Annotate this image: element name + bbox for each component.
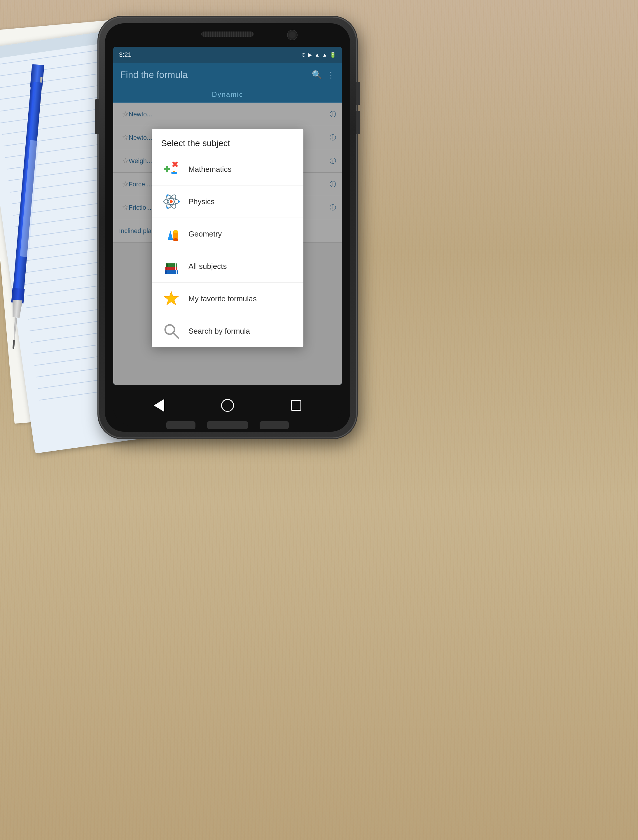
svg-rect-25 (175, 264, 176, 267)
active-tab[interactable]: Dynamic (212, 90, 243, 99)
front-camera (287, 30, 298, 40)
more-options-button[interactable]: ⋮ (327, 70, 335, 80)
search-formula-label: Search by formula (188, 327, 250, 336)
app-bar-icons: 🔍 ⋮ (312, 70, 335, 80)
favorites-label: My favorite formulas (188, 294, 257, 303)
notification-icon: ⊙ (302, 52, 306, 58)
all-subjects-label: All subjects (188, 262, 227, 271)
svg-line-28 (173, 333, 178, 338)
favorites-option[interactable]: My favorite formulas (152, 283, 303, 315)
status-bar: 3:21 ⊙ ▶ ▲ ▲ 🔋 (113, 47, 342, 63)
power-button[interactable] (95, 99, 99, 134)
svg-point-16 (173, 238, 178, 241)
menu-hardware-button[interactable] (166, 421, 196, 429)
svg-point-15 (173, 230, 178, 233)
svg-marker-13 (168, 231, 173, 240)
svg-rect-23 (176, 270, 177, 274)
recents-square-icon (291, 400, 302, 411)
svg-marker-26 (164, 291, 178, 305)
dialog-title: Select the subject (152, 129, 303, 153)
svg-rect-22 (166, 264, 168, 267)
phone-bottom-bar (166, 421, 289, 429)
tab-bar: Dynamic (113, 86, 342, 103)
svg-rect-24 (175, 267, 176, 270)
home-hardware-button[interactable] (207, 421, 248, 429)
pen-tip-holder (11, 300, 22, 318)
recents-nav-button[interactable] (287, 397, 305, 414)
home-nav-button[interactable] (219, 397, 236, 414)
back-arrow-icon (154, 399, 164, 412)
search-formula-option[interactable]: Search by formula (152, 315, 303, 347)
favorites-icon (161, 289, 182, 309)
svg-point-6 (170, 200, 173, 203)
physics-label: Physics (188, 197, 215, 206)
svg-rect-1 (166, 166, 168, 172)
phone-inner: 3:21 ⊙ ▶ ▲ ▲ 🔋 Find the formula 🔍 ⋮ (105, 23, 350, 432)
app-title: Find the formula (120, 69, 188, 80)
physics-icon (161, 191, 182, 212)
signal-icon: ▲ (322, 52, 327, 58)
pen-nib (13, 340, 15, 349)
content-list: ☆ Newto... ⓘ ☆ Newto... (irs) ⓘ ☆ Weigh.… (113, 103, 342, 385)
mathematics-option[interactable]: Mathematics (152, 153, 303, 185)
app-bar: Find the formula 🔍 ⋮ (113, 63, 342, 86)
speaker (201, 32, 254, 37)
home-circle-icon (221, 399, 234, 412)
status-icons: ⊙ ▶ ▲ ▲ 🔋 (302, 52, 336, 58)
status-time: 3:21 (119, 51, 131, 58)
geometry-label: Geometry (188, 229, 222, 238)
back-nav-button[interactable] (150, 397, 168, 414)
all-subjects-option[interactable]: All subjects (152, 250, 303, 283)
mathematics-label: Mathematics (188, 165, 231, 174)
svg-rect-20 (165, 270, 167, 274)
volume-down-button[interactable] (356, 111, 360, 134)
back-hardware-button[interactable] (260, 421, 289, 429)
svg-point-12 (167, 207, 169, 209)
geometry-icon (161, 224, 182, 244)
svg-point-10 (178, 201, 180, 203)
svg-point-11 (167, 194, 169, 197)
all-subjects-icon (161, 256, 182, 276)
volume-up-button[interactable] (356, 82, 360, 105)
phone-screen: 3:21 ⊙ ▶ ▲ ▲ 🔋 Find the formula 🔍 ⋮ (113, 47, 342, 385)
dialog-overlay[interactable]: Select the subject (113, 103, 342, 385)
pen-tip (12, 317, 18, 341)
battery-icon: 🔋 (330, 52, 336, 58)
screen-content: 3:21 ⊙ ▶ ▲ ▲ 🔋 Find the formula 🔍 ⋮ (113, 47, 342, 385)
cast-icon: ▶ (308, 52, 312, 58)
search-formula-icon (161, 321, 182, 341)
mathematics-icon (161, 159, 182, 179)
geometry-option[interactable]: Geometry (152, 218, 303, 250)
svg-rect-21 (166, 267, 167, 270)
phone-outer: 3:21 ⊙ ▶ ▲ ▲ 🔋 Find the formula 🔍 ⋮ (99, 17, 356, 437)
svg-rect-5 (171, 172, 177, 174)
search-button[interactable]: 🔍 (312, 70, 322, 80)
wifi-icon: ▲ (314, 52, 320, 58)
navigation-bar (113, 385, 342, 426)
physics-option[interactable]: Physics (152, 185, 303, 218)
subject-dialog: Select the subject (152, 129, 303, 347)
